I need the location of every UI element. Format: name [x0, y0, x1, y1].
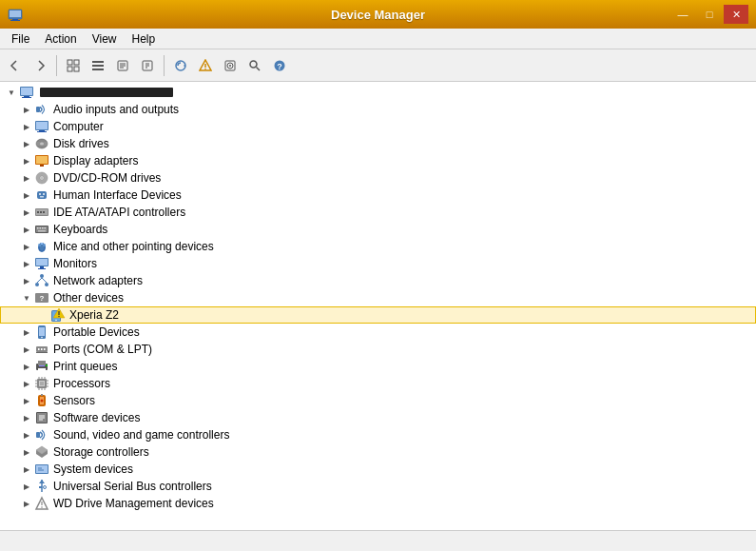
maximize-button[interactable]: □ [697, 5, 722, 24]
software-label: Software devices [53, 411, 140, 424]
tree-item-xperia[interactable]: Xperia Z2 [0, 306, 756, 324]
display-toggle[interactable] [19, 153, 34, 168]
mice-icon [34, 239, 49, 254]
dvd-icon [34, 170, 49, 186]
svg-rect-67 [36, 259, 48, 266]
toolbar-search[interactable] [243, 54, 266, 77]
toolbar-prop1[interactable] [111, 54, 134, 77]
ports-toggle[interactable] [19, 342, 34, 357]
menu-bar: File Action View Help [0, 29, 756, 49]
usb-toggle[interactable] [19, 479, 34, 494]
device-tree[interactable]: Audio inputs and outputs Computer [0, 82, 756, 530]
svg-rect-6 [68, 67, 72, 71]
toolbar-prop2[interactable] [136, 54, 159, 77]
network-toggle[interactable] [19, 273, 34, 288]
menu-action[interactable]: Action [37, 30, 84, 48]
keyboard-toggle[interactable] [19, 222, 34, 237]
toolbar-show-hide[interactable] [62, 54, 85, 77]
toolbar-help[interactable]: ? [268, 54, 291, 77]
computer-toggle[interactable] [19, 119, 34, 134]
system-toggle[interactable] [19, 462, 34, 477]
svg-point-72 [45, 283, 48, 286]
storage-toggle[interactable] [19, 444, 34, 460]
computer-name-redacted [40, 88, 173, 97]
tree-item-other[interactable]: ? Other devices [0, 289, 756, 306]
svg-rect-68 [40, 266, 44, 268]
tree-item-computer[interactable]: Computer [0, 118, 756, 135]
portable-toggle[interactable] [19, 325, 34, 340]
tree-item-storage[interactable]: Storage controllers [0, 443, 756, 461]
tree-item-print[interactable]: Print queues [0, 358, 756, 375]
tree-item-processors[interactable]: Processors [0, 375, 756, 392]
print-toggle[interactable] [19, 359, 34, 374]
tree-item-mice[interactable]: Mice and other pointing devices [0, 238, 756, 255]
wd-toggle[interactable] [19, 496, 34, 511]
mice-toggle[interactable] [19, 239, 34, 254]
menu-view[interactable]: View [85, 30, 125, 48]
tree-item-display[interactable]: Display adapters [0, 152, 756, 169]
svg-point-84 [41, 337, 43, 339]
tree-item-wd[interactable]: WD Drive Management devices [0, 495, 756, 512]
svg-rect-87 [41, 348, 43, 350]
svg-rect-113 [41, 394, 43, 396]
display-icon [34, 153, 49, 168]
close-button[interactable]: ✕ [724, 5, 748, 24]
root-toggle[interactable] [4, 85, 19, 100]
print-icon [34, 359, 49, 374]
tree-item-sensors[interactable]: Sensors [0, 392, 756, 409]
mice-label: Mice and other pointing devices [53, 240, 214, 253]
svg-rect-29 [22, 97, 31, 98]
network-label: Network adapters [53, 274, 143, 287]
other-toggle[interactable] [19, 290, 34, 305]
toolbar-scan[interactable] [169, 54, 192, 77]
disk-toggle[interactable] [19, 136, 34, 151]
tree-item-usb[interactable]: Universal Serial Bus controllers [0, 478, 756, 495]
toolbar-list[interactable] [87, 54, 109, 77]
audio-toggle[interactable] [19, 102, 34, 117]
tree-item-monitors[interactable]: Monitors [0, 255, 756, 272]
toolbar-properties[interactable] [219, 54, 242, 77]
toolbar-back[interactable] [4, 54, 27, 77]
svg-line-23 [257, 67, 261, 70]
tree-item-hid[interactable]: Human Interface Devices [0, 187, 756, 204]
tree-item-disk[interactable]: Disk drives [0, 135, 756, 152]
sound-toggle[interactable] [19, 427, 34, 443]
tree-item-dvd[interactable]: DVD/CD-ROM drives [0, 169, 756, 187]
ide-toggle[interactable] [19, 205, 34, 220]
svg-rect-5 [74, 60, 79, 65]
tree-item-ports[interactable]: Ports (COM & LPT) [0, 341, 756, 358]
software-icon [34, 410, 49, 425]
tree-item-software[interactable]: Software devices [0, 409, 756, 426]
sensors-toggle[interactable] [19, 393, 34, 408]
tree-root[interactable] [0, 84, 756, 101]
svg-rect-10 [92, 69, 104, 70]
keyboard-icon [34, 222, 49, 237]
svg-rect-40 [40, 165, 44, 167]
tree-item-audio[interactable]: Audio inputs and outputs [0, 101, 756, 118]
ports-label: Ports (COM & LPT) [53, 343, 152, 356]
svg-rect-51 [40, 211, 42, 213]
tree-item-ide[interactable]: IDE ATA/ATAPI controllers [0, 204, 756, 221]
toolbar-warning[interactable] [194, 54, 217, 77]
svg-rect-44 [37, 191, 47, 199]
tree-item-network[interactable]: Network adapters [0, 272, 756, 289]
svg-point-43 [41, 177, 43, 179]
tree-item-system[interactable]: System devices [0, 461, 756, 478]
dvd-toggle[interactable] [19, 170, 34, 186]
monitors-toggle[interactable] [19, 256, 34, 271]
svg-rect-37 [36, 142, 48, 146]
hid-toggle[interactable] [19, 187, 34, 203]
svg-point-81 [58, 316, 59, 317]
toolbar-forward[interactable] [29, 54, 51, 77]
tree-item-portable[interactable]: Portable Devices [0, 324, 756, 341]
minimize-button[interactable]: — [670, 5, 695, 24]
tree-item-keyboard[interactable]: Keyboards [0, 221, 756, 238]
menu-help[interactable]: Help [125, 30, 164, 48]
svg-rect-93 [39, 365, 45, 366]
audio-icon [34, 102, 49, 117]
tree-item-sound[interactable]: Sound, video and game controllers [0, 426, 756, 443]
menu-file[interactable]: File [4, 30, 37, 48]
processors-toggle[interactable] [19, 376, 34, 391]
software-toggle[interactable] [19, 410, 34, 425]
title-bar-left [8, 7, 23, 22]
